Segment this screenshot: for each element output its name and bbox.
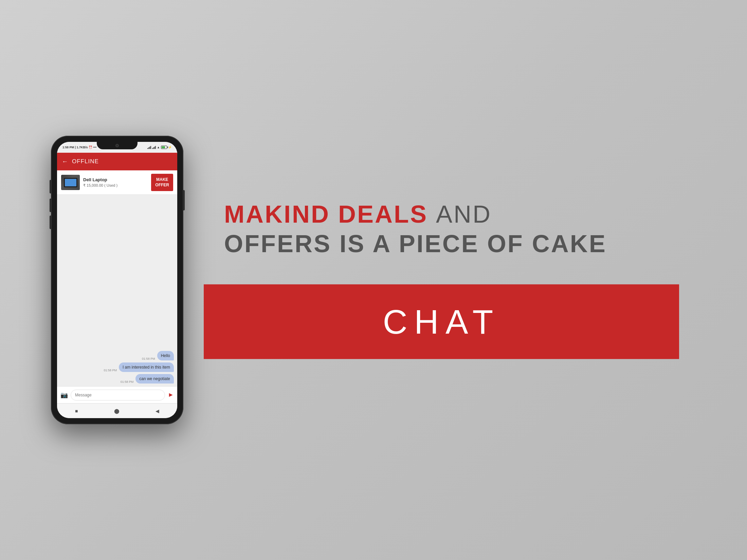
battery-icon [161,146,167,149]
chat-bubble: I am interested in this item [119,362,174,372]
app-bar: ← OFFLINE [57,153,177,170]
nav-back-button[interactable]: ◀ [156,408,159,414]
tagline-line2: OFFERS IS A PIECE OF CAKE [224,230,652,257]
product-image [61,175,80,190]
status-time-speed: 1:58 PM | 1.7KB/s ⏰ ••• [62,146,96,149]
camera-button[interactable]: 📷 [60,391,68,399]
message-time: 01:58 PM [142,357,155,360]
wifi-icon: ▲ [157,146,160,149]
product-info: Dell Laptop ₹ 15,000.00 ( Used ) [80,177,151,188]
bottom-nav: ■ ⬤ ◀ [57,403,177,418]
nav-home-button[interactable]: ⬤ [114,408,120,414]
chat-bubble: Hello [157,351,174,360]
tagline-line1: MAKIND DEALS AND [224,201,652,228]
signal-icon [147,146,151,149]
message-time: 01:58 PM [121,380,134,384]
message-row-3: 01:58 PM can we negotiate [60,374,174,384]
chat-banner-text: CHAT [383,302,500,341]
chat-banner: CHAT [204,284,679,359]
product-name: Dell Laptop [83,177,148,182]
phone-mockup: 1:58 PM | 1.7KB/s ⏰ ••• [51,136,183,424]
make-offer-button[interactable]: MAKE OFFER [151,174,173,191]
right-content: MAKIND DEALS AND OFFERS IS A PIECE OF CA… [204,201,679,359]
product-price: ₹ 15,000.00 ( Used ) [83,183,148,188]
status-icons: ▲ ⚡ [147,146,172,149]
send-button[interactable]: ► [168,391,174,398]
status-bar: 1:58 PM | 1.7KB/s ⏰ ••• [57,142,177,153]
back-button[interactable]: ← [62,158,68,165]
message-time: 01:58 PM [104,369,117,372]
app-bar-title: OFFLINE [72,158,99,165]
message-row-2: 01:58 PM I am interested in this item [60,362,174,372]
tagline-connector: AND [436,201,492,228]
nav-stop-button[interactable]: ■ [75,408,78,414]
chat-bubble: can we negotiate [135,374,174,384]
message-input-bar: 📷 ► [57,386,177,403]
message-input[interactable] [71,390,165,400]
tagline-section: MAKIND DEALS AND OFFERS IS A PIECE OF CA… [204,201,679,257]
charging-icon: ⚡ [168,146,172,149]
front-camera [115,144,119,147]
chat-area: 01:58 PM Hello 01:58 PM I am interested … [57,195,177,386]
product-card: Dell Laptop ₹ 15,000.00 ( Used ) MAKE OF… [57,170,177,195]
tagline-highlight: MAKIND DEALS [224,201,428,228]
signal-icon-2 [152,146,156,149]
message-row-1: 01:58 PM Hello [60,351,174,360]
